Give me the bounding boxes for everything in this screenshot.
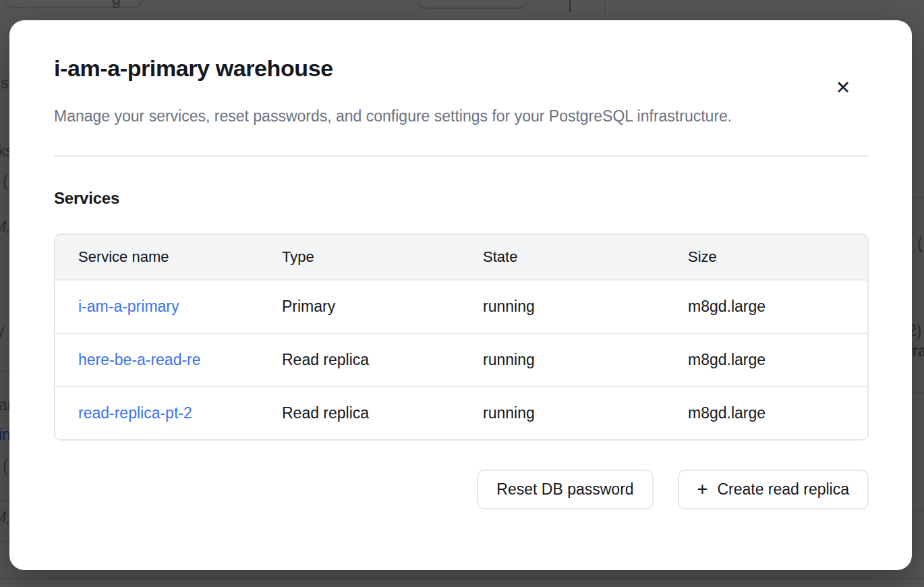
dialog-title: i-am-a-primary warehouse: [54, 55, 869, 82]
service-details-dialog: i-am-a-primary warehouse ✕ Manage your s…: [9, 20, 912, 570]
table-row: i-am-a-primary Primary running m8gd.larg…: [55, 279, 867, 333]
service-size: m8gd.large: [665, 298, 867, 316]
services-section-title: Services: [54, 189, 869, 208]
create-read-replica-button[interactable]: + Create read replica: [678, 470, 869, 509]
column-header-type: Type: [259, 248, 460, 266]
table-header-row: Service name Type State Size: [55, 235, 867, 279]
service-name-link[interactable]: i-am-a-primary: [78, 298, 179, 315]
service-size: m8gd.large: [665, 351, 867, 369]
create-read-replica-label: Create read replica: [717, 480, 849, 499]
service-type: Read replica: [259, 351, 460, 369]
close-icon[interactable]: ✕: [830, 74, 857, 101]
service-name-link[interactable]: read-replica-pt-2: [78, 404, 192, 422]
table-row: read-replica-pt-2 Read replica running m…: [55, 386, 867, 439]
service-state: running: [460, 404, 665, 422]
column-header-state: State: [460, 248, 665, 266]
plus-icon: +: [697, 480, 708, 499]
divider: [54, 155, 869, 157]
service-state: running: [460, 298, 665, 316]
service-type: Primary: [259, 298, 460, 316]
reset-db-password-label: Reset DB password: [496, 480, 633, 499]
column-header-size: Size: [665, 248, 867, 266]
services-table: Service name Type State Size i-am-a-prim…: [54, 233, 869, 441]
service-state: running: [460, 351, 665, 369]
dialog-actions: Reset DB password + Create read replica: [54, 470, 869, 509]
table-row: here-be-a-read-re Read replica running m…: [55, 333, 867, 386]
reset-db-password-button[interactable]: Reset DB password: [477, 470, 653, 509]
service-type: Read replica: [259, 404, 460, 422]
column-header-service-name: Service name: [55, 248, 259, 266]
service-size: m8gd.large: [665, 404, 867, 422]
dialog-description: Manage your services, reset passwords, a…: [54, 102, 735, 131]
service-name-link[interactable]: here-be-a-read-re: [78, 351, 201, 368]
